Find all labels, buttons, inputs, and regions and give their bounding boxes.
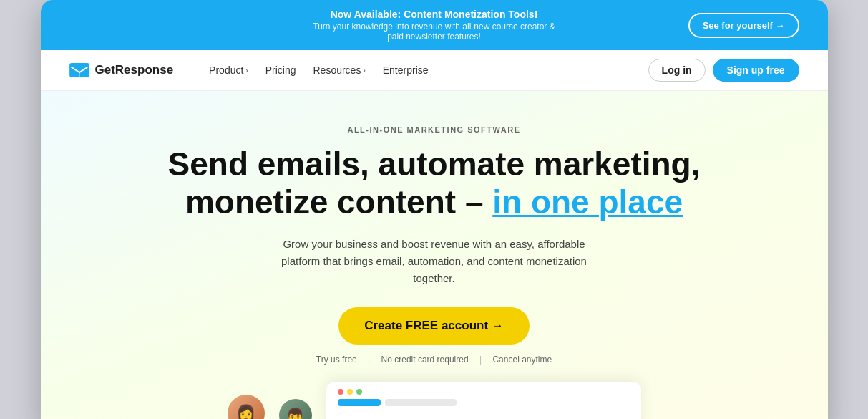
announcement-bar: Now Available: Content Monetization Tool… (41, 0, 828, 50)
hero-headline: Send emails, automate marketing, monetiz… (162, 145, 706, 221)
dashboard-preview (326, 382, 641, 419)
create-account-button[interactable]: Create FREE account → (338, 307, 530, 345)
login-button[interactable]: Log in (648, 59, 706, 82)
hero-subtext: Grow your business and boost revenue wit… (277, 236, 592, 287)
window-dots (338, 389, 630, 395)
nav-links: Product › Pricing Resources › Enterprise (202, 60, 625, 80)
hero-headline-part2: monetize content – (185, 183, 492, 221)
product-chevron-icon: › (245, 67, 248, 74)
resources-chevron-icon: › (363, 67, 365, 74)
nav-enterprise[interactable]: Enterprise (376, 60, 436, 80)
announcement-text: Now Available: Content Monetization Tool… (313, 9, 556, 42)
nav-actions: Log in Sign up free (648, 59, 799, 82)
nav-product[interactable]: Product › (202, 60, 255, 80)
preview-strip: 👩 👦 (69, 382, 799, 419)
logo-icon (69, 63, 89, 77)
logo[interactable]: GetResponse (69, 63, 174, 77)
nav-pricing[interactable]: Pricing (258, 60, 303, 80)
announcement-headline: Now Available: Content Monetization Tool… (313, 9, 556, 20)
see-for-yourself-button[interactable]: See for yourself → (688, 13, 799, 38)
nav-resources[interactable]: Resources › (306, 60, 372, 80)
dot-yellow (347, 389, 353, 395)
logo-text: GetResponse (95, 63, 174, 77)
avatar-2: 👦 (279, 399, 312, 419)
cta-container: Create FREE account → (69, 307, 799, 355)
navbar: GetResponse Product › Pricing Resources … (41, 50, 828, 91)
cta-note: Try us free | No credit card required | … (69, 355, 799, 365)
signup-button[interactable]: Sign up free (713, 59, 799, 82)
dot-red (338, 389, 343, 395)
announcement-subline: Turn your knowledge into revenue with al… (313, 21, 556, 42)
browser-frame: Now Available: Content Monetization Tool… (41, 0, 828, 419)
hero-category: ALL-IN-ONE MARKETING SOFTWARE (69, 125, 799, 134)
dot-green (356, 389, 362, 395)
hero-headline-accent: in one place (492, 183, 683, 221)
avatar-1: 👩 (228, 395, 265, 419)
hero-headline-part1: Send emails, automate marketing, (168, 145, 701, 183)
dashboard-bar (338, 399, 381, 406)
dashboard-bar-2 (385, 399, 457, 406)
hero-section: ALL-IN-ONE MARKETING SOFTWARE Send email… (41, 91, 828, 419)
